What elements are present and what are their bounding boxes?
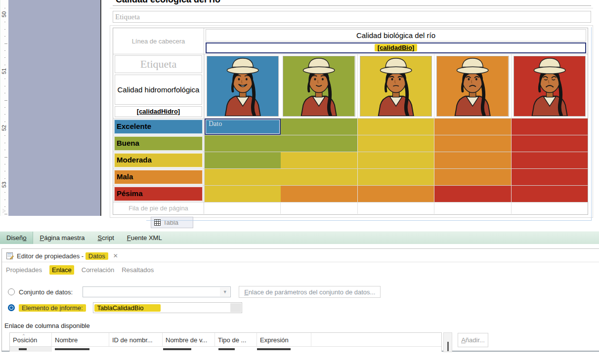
tab-propiedades[interactable]: Propiedades bbox=[6, 266, 42, 274]
quality-matrix-table[interactable]: Línea de cabecera Calidad biológica del … bbox=[113, 28, 588, 215]
matrix-cell[interactable] bbox=[281, 135, 357, 152]
tab-pagina-maestra[interactable]: Página maestra bbox=[33, 232, 91, 244]
tab-enlace[interactable]: Enlace bbox=[49, 265, 74, 275]
quality-face-cell[interactable] bbox=[434, 54, 511, 118]
ruler-number: 53 bbox=[1, 181, 7, 189]
label-placeholder-box[interactable]: Etiqueta bbox=[113, 11, 591, 23]
matrix-cell[interactable] bbox=[434, 169, 511, 185]
tab-fuente-xml[interactable]: Fuente XML bbox=[121, 232, 169, 244]
faces-cells bbox=[204, 54, 588, 118]
close-icon[interactable]: ✕ bbox=[113, 252, 118, 259]
matrix-cell[interactable] bbox=[511, 152, 588, 168]
matrix-cell[interactable] bbox=[357, 169, 434, 185]
matrix-cell[interactable] bbox=[204, 169, 281, 185]
dataset-combobox[interactable]: ▼ bbox=[83, 286, 231, 297]
column-binding-table[interactable]: ^ Posición Nombre ID de nombr... Nombre … bbox=[9, 332, 442, 352]
tab-script[interactable]: Script bbox=[91, 232, 121, 244]
matrix-cell[interactable] bbox=[357, 135, 434, 152]
highlight-marker: Datos bbox=[86, 252, 108, 260]
table-row: Excelente Dato bbox=[113, 118, 588, 135]
matrix-cell[interactable] bbox=[511, 135, 588, 152]
tab-correlacion[interactable]: Correlación bbox=[82, 266, 114, 274]
report-element-radio[interactable] bbox=[8, 304, 15, 311]
tabla-element-tab[interactable]: Tabla bbox=[151, 217, 193, 228]
matrix-cell[interactable] bbox=[434, 186, 511, 202]
matrix-cell[interactable] bbox=[204, 186, 281, 202]
add-button[interactable]: Añadir... bbox=[458, 333, 488, 347]
calidad-bio-binding-cell[interactable]: [calidadBio] bbox=[206, 42, 586, 53]
matrix-cell[interactable] bbox=[511, 119, 588, 135]
dataset-params-button[interactable]: Enlace de parámetros del conjunto de dat… bbox=[239, 286, 381, 298]
chevron-down-icon[interactable]: ▼ bbox=[220, 287, 230, 296]
table-row: Mala bbox=[113, 168, 588, 185]
column-binding-table-header: ^ Posición Nombre ID de nombr... Nombre … bbox=[10, 333, 441, 347]
matrix-cell[interactable] bbox=[281, 119, 357, 135]
matrix-cell[interactable] bbox=[281, 186, 357, 202]
table-row: Pésima bbox=[113, 185, 588, 202]
matrix-cell[interactable] bbox=[434, 119, 511, 135]
matrix-cell[interactable] bbox=[357, 186, 434, 202]
col-header-nombre-v[interactable]: Nombre de v... bbox=[163, 333, 215, 346]
report-element-binding-row: Elemento de informe: TablaCalidadBio bbox=[8, 302, 502, 314]
design-canvas[interactable]: 50515253 Calidad ecológica del río Etiqu… bbox=[0, 0, 599, 231]
sort-asc-icon: ^ bbox=[23, 333, 25, 337]
matrix-cell[interactable] bbox=[434, 135, 511, 152]
outside-page-area bbox=[8, 0, 101, 216]
ruler-drag-marker[interactable] bbox=[2, 209, 5, 213]
table-row: Moderada bbox=[113, 152, 588, 168]
header-row-label[interactable]: Línea de cabecera bbox=[113, 28, 204, 54]
matrix-cell[interactable] bbox=[511, 169, 588, 185]
footer-row-label[interactable]: Fila de pie de página bbox=[113, 202, 204, 214]
matrix-cell[interactable] bbox=[357, 119, 434, 135]
col-header-nombre[interactable]: Nombre bbox=[52, 333, 109, 346]
col-header-posicion[interactable]: ^ Posición bbox=[10, 333, 52, 346]
row-label-pesima[interactable]: Pésima bbox=[114, 186, 203, 202]
report-title-text: Calidad ecológica del río bbox=[116, 0, 220, 5]
quality-face-cell[interactable] bbox=[204, 54, 281, 118]
property-editor-view-tab[interactable]: Editor de propiedades - Datos ✕ bbox=[2, 250, 599, 262]
view-title: Editor de propiedades - Datos bbox=[17, 252, 108, 260]
dataset-radio[interactable] bbox=[8, 288, 15, 295]
quality-face-image bbox=[207, 56, 279, 117]
matrix-cell[interactable] bbox=[434, 152, 511, 168]
matrix-cell[interactable] bbox=[204, 135, 281, 152]
matrix-cell[interactable] bbox=[281, 169, 357, 185]
dataset-radio-label: Conjunto de datos: bbox=[19, 288, 73, 296]
dataset-binding-row: Conjunto de datos: ▼ Enlace de parámetro… bbox=[8, 286, 502, 298]
report-element-field[interactable]: TablaCalidadBio bbox=[93, 302, 242, 313]
matrix-cell[interactable] bbox=[511, 186, 588, 202]
available-column-binding-label: Enlace de columna disponible bbox=[4, 322, 90, 329]
row-label-excelente[interactable]: Excelente bbox=[114, 119, 203, 134]
calidad-hidromorfologica-label[interactable]: Calidad hidromorfológica bbox=[115, 75, 202, 105]
matrix-cell[interactable]: Dato bbox=[204, 119, 281, 135]
report-designer-window: 50515253 Calidad ecológica del río Etiqu… bbox=[0, 0, 599, 364]
table-scrollbar[interactable] bbox=[443, 332, 452, 352]
quality-face-cell[interactable] bbox=[281, 54, 357, 118]
highlight-marker: TablaCalidadBio bbox=[94, 304, 161, 312]
quality-face-cell[interactable] bbox=[511, 54, 588, 118]
row-label-buena[interactable]: Buena bbox=[114, 136, 203, 151]
quality-face-cell[interactable] bbox=[357, 54, 434, 118]
matrix-cell[interactable] bbox=[281, 152, 357, 168]
ruler-number: 50 bbox=[1, 10, 7, 18]
property-tabs: Propiedades Enlace Correlación Resaltado… bbox=[2, 264, 599, 276]
header-title-label[interactable]: Calidad biológica del río bbox=[206, 29, 586, 41]
col-header-id-nombre[interactable]: ID de nombr... bbox=[109, 333, 163, 346]
row-label-moderada[interactable]: Moderada bbox=[114, 153, 203, 168]
field-side-button[interactable] bbox=[230, 303, 241, 312]
clipped-row[interactable] bbox=[10, 347, 441, 352]
row-label-mala[interactable]: Mala bbox=[114, 169, 203, 185]
ruler-number: 52 bbox=[1, 124, 7, 132]
col-header-tipo[interactable]: Tipo de ... bbox=[215, 333, 257, 346]
calidad-hidro-binding-cell[interactable]: [calidadHidro] bbox=[115, 106, 202, 117]
property-editor-icon bbox=[6, 252, 14, 260]
matrix-cell[interactable] bbox=[357, 152, 434, 168]
tab-diseno[interactable]: Diseño bbox=[0, 232, 33, 244]
table-row: Buena bbox=[113, 135, 588, 152]
divider bbox=[110, 8, 593, 8]
etiqueta-placeholder-label[interactable]: Etiqueta bbox=[115, 55, 202, 73]
report-title-label-clipped[interactable]: Calidad ecológica del río bbox=[113, 0, 591, 6]
matrix-cell[interactable] bbox=[204, 152, 281, 168]
col-header-expresion[interactable]: Expresión bbox=[257, 333, 311, 346]
tab-resaltados[interactable]: Resaltados bbox=[122, 266, 154, 274]
